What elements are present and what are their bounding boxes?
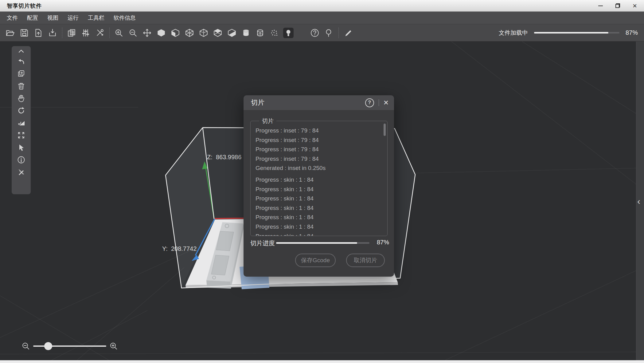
log-line: Progress : inset : 79 : 84 (256, 136, 380, 145)
restore-icon (615, 3, 620, 8)
save-gcode-button[interactable]: 保存Gcode (295, 254, 336, 267)
zoom-in-icon[interactable] (114, 28, 124, 38)
collapse-chevron-icon[interactable] (15, 47, 27, 55)
main-toolbar: 文件加载中 87% (0, 24, 644, 41)
window-titlebar: 智享切片软件 × (0, 0, 644, 12)
duplicate-model-icon[interactable] (15, 68, 27, 80)
menu-config[interactable]: 配置 (27, 14, 38, 22)
zoom-in-slider-icon[interactable] (109, 342, 118, 350)
toolbar-separator (109, 28, 110, 38)
right-panel-strip: ‹ (636, 41, 644, 360)
zoom-out-icon[interactable] (128, 28, 138, 38)
cancel-slicing-button[interactable]: 取消切片 (346, 254, 385, 267)
log-line: Progress : skin : 1 : 84 (256, 203, 380, 213)
slicing-log-list[interactable]: Progress : inset : 79 : 84 Progress : in… (251, 121, 387, 236)
menu-view[interactable]: 视图 (47, 14, 58, 22)
view-faces-icon[interactable] (170, 28, 181, 38)
rotate-model-icon[interactable] (15, 105, 27, 117)
view-cylinder-icon[interactable] (241, 28, 251, 38)
zoom-out-slider-icon[interactable] (21, 342, 30, 350)
log-line: Progress : inset : 79 : 84 (256, 154, 380, 164)
delete-model-icon[interactable] (15, 80, 27, 92)
move-view-icon[interactable] (142, 28, 152, 38)
toolbar-separator (338, 28, 339, 38)
log-line: Progress : skin : 1 : 84 (256, 175, 380, 185)
log-line: Progress : skin : 1 : 84 (256, 232, 380, 236)
file-loading-progressbar (534, 32, 619, 34)
bottom-edge-strip (0, 360, 644, 363)
dialog-help-button[interactable]: ? (365, 98, 374, 107)
close-icon: × (633, 2, 637, 10)
batch-copy-icon[interactable] (66, 28, 77, 38)
dialog-title: 切片 (251, 98, 264, 107)
measure-pen-icon[interactable] (343, 28, 353, 38)
dialog-separator (379, 99, 379, 106)
parameter-sliders-icon[interactable] (80, 28, 91, 38)
light-toggle-icon[interactable] (283, 28, 294, 38)
file-loading-area: 文件加载中 87% (499, 29, 638, 37)
menu-bar: 文件 配置 视图 运行 工具栏 软件信息 (0, 12, 644, 24)
slicing-dialog: 切片 ? × 切片 Progress : inset : 79 : 84 Pro… (244, 95, 394, 277)
log-line: Progress : skin : 1 : 84 (256, 213, 380, 222)
slicing-progress-fill (276, 242, 357, 244)
model-tool-panel (12, 46, 31, 194)
close-button[interactable]: × (630, 2, 639, 10)
select-cursor-icon[interactable] (15, 141, 27, 154)
slicing-log-groupbox: 切片 Progress : inset : 79 : 84 Progress :… (250, 121, 388, 236)
window-controls: × (596, 0, 639, 11)
slicing-progressbar (276, 242, 369, 244)
slicing-progress-label: 切片进度 (250, 239, 275, 247)
file-loading-percent: 87% (626, 29, 638, 36)
pan-hand-icon[interactable] (15, 92, 27, 105)
log-line: Progress : inset : 79 : 84 (256, 145, 380, 154)
minimize-button[interactable] (596, 2, 605, 10)
file-loading-progress-fill (534, 32, 608, 34)
save-file-icon[interactable] (19, 28, 29, 38)
log-line: Progress : inset : 79 : 84 (256, 126, 380, 136)
restore-button[interactable] (613, 2, 622, 10)
undo-icon[interactable] (15, 55, 27, 68)
log-line: Generated : inset in 0.250s (256, 164, 380, 173)
y-axis-value-label: Y: 208.7742 (162, 245, 197, 252)
view-solid-icon[interactable] (156, 28, 166, 38)
file-loading-label: 文件加载中 (499, 29, 528, 37)
menu-toolbar[interactable]: 工具栏 (88, 14, 104, 22)
view-points-icon[interactable] (269, 28, 279, 38)
log-scrollbar-thumb[interactable] (384, 124, 386, 136)
view-hidden-wire-icon[interactable] (198, 28, 209, 38)
model-info-icon[interactable] (15, 154, 27, 166)
zoom-slider-track[interactable] (33, 345, 106, 347)
z-axis-value-label: Z: 863.9986 (207, 154, 241, 161)
zoom-slider-knob[interactable] (44, 342, 52, 350)
log-line: Progress : skin : 1 : 84 (256, 194, 380, 203)
view-zoom-control (21, 342, 118, 350)
dialog-close-button[interactable]: × (384, 98, 388, 107)
window-title: 智享切片软件 (7, 2, 42, 10)
minimize-icon (598, 6, 603, 6)
viewport-3d[interactable]: Z: 863.9986 Y: 208.7742 (0, 41, 644, 363)
view-cutaway-icon[interactable] (227, 28, 237, 38)
log-line: Progress : skin : 1 : 84 (256, 222, 380, 232)
expand-panel-chevron[interactable]: ‹ (637, 197, 640, 206)
dialog-titlebar[interactable]: 切片 ? × (244, 95, 394, 110)
menu-run[interactable]: 运行 (68, 14, 79, 22)
repair-tool-icon[interactable] (15, 166, 27, 178)
open-file-icon[interactable] (5, 28, 15, 38)
view-wireframe-icon[interactable] (184, 28, 195, 38)
toolbar-separator (62, 28, 63, 38)
menu-file[interactable]: 文件 (7, 14, 18, 22)
view-bottom-icon[interactable] (213, 28, 223, 38)
slicing-progress-percent: 87% (377, 239, 389, 246)
export-model-icon[interactable] (47, 28, 58, 38)
view-cylinder-wire-icon[interactable] (255, 28, 265, 38)
menu-about[interactable]: 软件信息 (114, 14, 136, 22)
repair-tools-icon[interactable] (95, 28, 105, 38)
import-model-icon[interactable] (33, 28, 44, 38)
mirror-model-icon[interactable] (15, 117, 27, 129)
log-line: Progress : skin : 1 : 84 (256, 185, 380, 194)
scale-expand-icon[interactable] (15, 129, 27, 141)
help-icon[interactable] (310, 28, 320, 38)
search-icon[interactable] (324, 28, 334, 38)
